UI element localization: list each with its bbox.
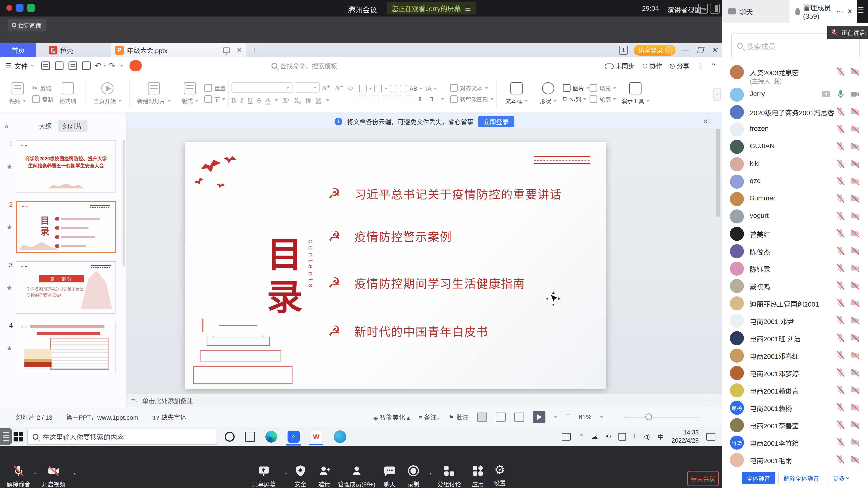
record-options-chevron[interactable]: ⌃ <box>428 472 433 479</box>
camera-icon[interactable] <box>850 315 860 326</box>
zoom-in-button[interactable]: + <box>707 414 711 421</box>
undo-icon[interactable]: ↶ <box>95 61 101 70</box>
camera-icon[interactable] <box>850 211 860 222</box>
font-size-select[interactable] <box>295 82 320 93</box>
ime-indicator[interactable]: 中 <box>657 432 664 441</box>
justify-button[interactable] <box>394 96 402 102</box>
fit-window-icon[interactable]: ⛶ <box>566 414 570 421</box>
member-row[interactable]: Summer <box>722 190 868 207</box>
chat-button[interactable]: 聊天 <box>383 464 396 488</box>
slide-2[interactable]: 目 录 contents ☭习近平总书记关于疫情防控的重要讲话 ☭疫情防控警示案… <box>185 142 606 389</box>
zoom-slider[interactable] <box>624 417 699 418</box>
undo-chevron-icon[interactable] <box>103 65 106 67</box>
section-button[interactable]: 节 <box>204 95 225 103</box>
member-row[interactable]: frozen <box>722 121 868 138</box>
member-row[interactable]: 2020级电子商务2001冯思睿 <box>722 103 868 121</box>
new-tab-icon[interactable]: + <box>252 45 257 55</box>
mic-icon[interactable] <box>835 263 846 274</box>
badge-menu-icon[interactable]: ☰ <box>465 4 471 12</box>
superscript-button[interactable]: X² <box>283 96 289 104</box>
save-icon[interactable] <box>41 61 50 70</box>
slide-thumbnail[interactable]: 1 ★ ⌃⌃ 商学院2020级校园疫情防控、提升大学生网络素养暨五一假期学生安全… <box>6 140 116 193</box>
close-banner-icon[interactable]: ✕ <box>703 117 709 126</box>
underline-button[interactable]: U <box>248 96 253 104</box>
tab-document[interactable]: P 年级大会.pptx ✕ <box>111 43 246 57</box>
mic-icon[interactable] <box>835 211 846 222</box>
decrease-font-icon[interactable]: A⁻ <box>335 84 344 92</box>
reset-button[interactable]: 重置 <box>204 84 225 92</box>
mic-icon[interactable] <box>835 298 846 309</box>
topbar-menu-icon[interactable]: ☰ <box>857 5 864 14</box>
mute-all-button[interactable]: 全体静音 <box>742 472 775 484</box>
member-row[interactable]: 电商2001邓梦婷 <box>722 364 868 382</box>
sidebar-scrollbar[interactable] <box>123 140 125 267</box>
member-row[interactable]: 电商2001班 刘洁 <box>722 329 868 347</box>
file-menu[interactable]: ☰ 文件 <box>0 61 39 71</box>
collapse-ribbon-icon[interactable]: ⌃ <box>711 62 716 70</box>
copy-button[interactable]: 复制 <box>32 95 53 103</box>
mic-icon[interactable] <box>835 350 846 361</box>
login-button[interactable]: 访客登录 <box>634 45 675 56</box>
mic-icon[interactable] <box>835 228 846 239</box>
zoom-level[interactable]: 61% <box>579 414 591 421</box>
transition-star-icon[interactable]: ★ <box>6 163 12 170</box>
member-row[interactable]: GUJIAN <box>722 138 868 156</box>
mic-icon[interactable] <box>835 385 846 396</box>
mic-icon[interactable] <box>835 315 846 326</box>
present-tools-button[interactable]: 演示工具 <box>616 82 655 105</box>
camera-icon[interactable] <box>850 228 860 239</box>
edge-icon[interactable] <box>266 431 277 443</box>
export-icon[interactable] <box>55 61 64 70</box>
camera-icon[interactable] <box>850 66 860 78</box>
layout-button[interactable]: 版式 <box>176 82 204 105</box>
more-icon[interactable]: ⋯ <box>836 7 843 15</box>
camera-icon[interactable] <box>850 106 860 118</box>
transition-star-icon[interactable]: ★ <box>6 284 12 292</box>
member-row[interactable]: 赖杨 电商2001赖杨 <box>722 399 868 416</box>
share-screen-button[interactable]: 共享屏幕 <box>252 464 276 488</box>
mic-icon[interactable] <box>835 454 846 466</box>
find-icon[interactable] <box>82 61 91 70</box>
mic-icon[interactable] <box>835 367 846 379</box>
mic-icon[interactable] <box>835 420 846 431</box>
member-row[interactable]: 陈钰霖 <box>722 260 868 277</box>
arrange-button[interactable]: ⧉排列 <box>563 95 590 103</box>
ribbon-expander[interactable]: › <box>713 88 721 101</box>
subscript-button[interactable]: X₂ <box>294 96 301 104</box>
camera-icon[interactable] <box>850 141 860 153</box>
sorter-view-button[interactable] <box>496 413 506 422</box>
align-right-button[interactable] <box>382 96 391 102</box>
end-meeting-button[interactable]: 结束会议 <box>687 471 719 486</box>
member-row[interactable]: 人资2003龙泉宏 (主持人, 我) <box>722 63 868 86</box>
tab-home[interactable]: 首页 <box>0 43 36 57</box>
member-row[interactable]: 电商2001毛雨 <box>722 451 868 468</box>
camera-icon[interactable] <box>850 298 860 309</box>
camera-icon[interactable] <box>850 89 860 100</box>
clear-format-icon[interactable]: ◇ <box>348 84 353 92</box>
zoom-out-button[interactable]: − <box>612 414 615 421</box>
mic-icon[interactable] <box>835 124 846 135</box>
textbox-button[interactable]: 文本框 <box>500 82 533 105</box>
member-row[interactable]: yogurt <box>722 207 868 225</box>
collab-button[interactable]: ⚇ 协作 <box>642 61 662 70</box>
meeting-dock-icon[interactable] <box>0 428 12 445</box>
camera-icon[interactable] <box>850 281 860 292</box>
member-row[interactable]: 陈俊杰 <box>722 242 868 260</box>
wifi-icon[interactable]: ⧙ <box>634 433 635 440</box>
camera-icon[interactable] <box>850 454 860 466</box>
member-row[interactable]: 电商2001邓春红 <box>722 347 868 364</box>
mic-icon[interactable] <box>835 141 846 153</box>
mic-icon[interactable] <box>835 332 846 344</box>
tab-outline[interactable]: 大纲 <box>39 121 52 132</box>
format-painter-button[interactable]: 格式刷 <box>53 82 82 105</box>
strikethrough-button[interactable]: S <box>257 96 261 104</box>
task-view-icon[interactable] <box>245 432 255 442</box>
mic-icon[interactable] <box>835 437 846 448</box>
to-smartart-button[interactable]: 转智能图形 <box>450 95 494 103</box>
command-search[interactable]: 查找命令、搜索模板 <box>272 61 337 70</box>
restore-icon[interactable]: ❐ <box>697 46 704 55</box>
camera-icon[interactable] <box>850 332 860 344</box>
camera-icon[interactable] <box>850 350 860 361</box>
transition-star-icon[interactable]: ★ <box>6 344 12 352</box>
record-button[interactable]: 录制 <box>407 464 420 488</box>
